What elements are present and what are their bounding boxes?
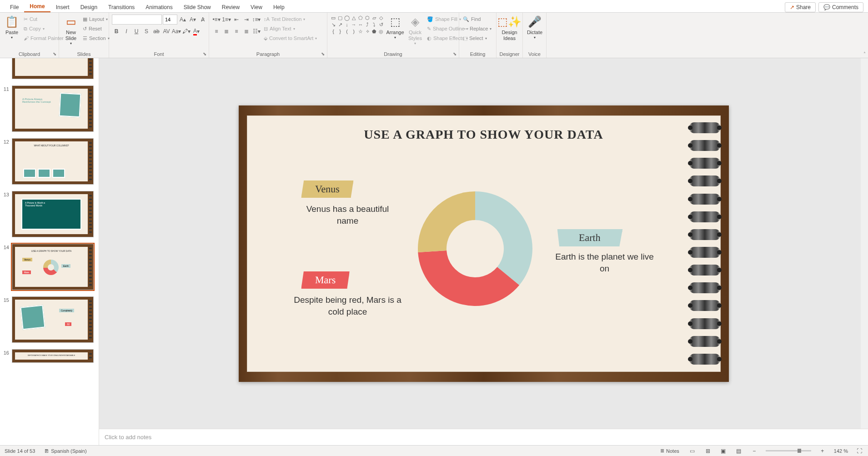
strike-button[interactable]: ab xyxy=(152,27,161,36)
increase-indent-button[interactable]: ⇥ xyxy=(242,15,251,24)
sorter-view-button[interactable]: ⊞ xyxy=(704,448,712,454)
copy-button[interactable]: ⧉Copy▾ xyxy=(23,24,65,33)
find-button[interactable]: 🔍Find xyxy=(462,15,492,24)
earth-label-tape[interactable]: Earth xyxy=(557,229,622,246)
slide-thumbnail-11[interactable]: A Picture AlwaysReinforces the Concept xyxy=(12,85,94,132)
donut-slice-earth[interactable] xyxy=(475,191,532,285)
donut-chart[interactable] xyxy=(411,185,539,312)
language-indicator[interactable]: 🖹Spanish (Spain) xyxy=(42,448,88,454)
venus-label-tape[interactable]: Venus xyxy=(301,180,353,198)
slide-thumbnail-13[interactable]: A Picture Is Worth aThousand Words xyxy=(12,191,94,237)
font-name-input[interactable] xyxy=(112,15,162,25)
increase-font-button[interactable]: A▴ xyxy=(178,15,187,24)
columns-button[interactable]: ☷▾ xyxy=(252,27,261,36)
change-case-button[interactable]: Aa▾ xyxy=(172,27,181,36)
align-left-button[interactable]: ≡ xyxy=(212,27,221,36)
notes-pane[interactable]: Click to add notes xyxy=(99,429,868,445)
line-spacing-button[interactable]: ↕≡▾ xyxy=(252,15,261,24)
layout-button[interactable]: ▦Layout▾ xyxy=(82,15,110,24)
convert-smartart-button[interactable]: ⬙Convert to SmartArt▾ xyxy=(263,34,318,43)
venus-body-text[interactable]: Venus has a beautiful name xyxy=(298,203,398,227)
slide-title-text[interactable]: USE A GRAPH TO SHOW YOUR DATA xyxy=(239,127,729,142)
cut-button[interactable]: ✂Cut xyxy=(23,15,65,24)
slide-thumbnail-15[interactable]: Completely 02 xyxy=(12,296,94,343)
quick-styles-button[interactable]: ◈ Quick Styles▾ xyxy=(406,15,424,47)
tab-slide-show[interactable]: Slide Show xyxy=(178,2,216,12)
slide-thumbnail-16[interactable]: INFOGRAPHICS MAKE YOUR IDEA UNDERSTANDAB… xyxy=(12,349,94,363)
highlight-button[interactable]: 🖍▾ xyxy=(182,27,191,36)
clipboard-dialog-launcher[interactable]: ⬊ xyxy=(51,50,58,57)
decrease-font-button[interactable]: A▾ xyxy=(188,15,197,24)
slide-counter[interactable]: Slide 14 of 53 xyxy=(5,448,35,454)
reset-button[interactable]: ↺Reset xyxy=(82,24,110,33)
shapes-gallery[interactable]: ▭▢◯△⬠⬡▱◇ ↘↗↓→↔⤴⤵↺ {}()☆✧⬟◎ xyxy=(330,15,384,35)
ribbon-group-font: A▴ A▾ A̷ B I U S ab AV Aa▾ 🖍▾ A▾ Font ⬊ xyxy=(109,13,209,58)
thumbnail-number: 14 xyxy=(3,244,9,290)
slide-thumbnail-10[interactable] xyxy=(12,58,94,79)
align-text-button[interactable]: ⊟Align Text▾ xyxy=(263,24,318,33)
fit-to-window-button[interactable]: ⛶ xyxy=(855,448,863,454)
underline-button[interactable]: U xyxy=(132,27,141,36)
tab-insert[interactable]: Insert xyxy=(50,2,75,12)
decrease-indent-button[interactable]: ⇤ xyxy=(232,15,241,24)
canvas-wrap[interactable]: USE A GRAPH TO SHOW YOUR DATA Venus Venu… xyxy=(99,58,868,429)
format-painter-button[interactable]: 🖌Format Painter xyxy=(23,34,65,43)
section-button[interactable]: ☰Section▾ xyxy=(82,34,110,43)
mars-label-tape[interactable]: Mars xyxy=(301,271,350,289)
comments-button[interactable]: 💬Comments xyxy=(818,2,863,12)
paragraph-dialog-launcher[interactable]: ⬊ xyxy=(320,50,326,57)
slide-thumbnail-panel[interactable]: 11 A Picture AlwaysReinforces the Concep… xyxy=(0,58,99,445)
tab-review[interactable]: Review xyxy=(216,2,245,12)
replace-icon: ↔ xyxy=(463,26,468,31)
slide-thumbnail-12[interactable]: WHAT ABOUT FOUR COLUMNS? xyxy=(12,138,94,185)
reading-view-button[interactable]: ▣ xyxy=(719,448,728,454)
normal-view-button[interactable]: ▭ xyxy=(688,448,697,454)
tab-animations[interactable]: Animations xyxy=(140,2,178,12)
font-color-button[interactable]: A▾ xyxy=(192,27,201,36)
tab-design[interactable]: Design xyxy=(75,2,103,12)
voice-group-label: Voice xyxy=(526,50,543,57)
char-spacing-button[interactable]: AV xyxy=(162,27,171,36)
tab-help[interactable]: Help xyxy=(268,2,290,12)
font-dialog-launcher[interactable]: ⬊ xyxy=(201,50,208,57)
earth-body-text[interactable]: Earth is the planet we live on xyxy=(552,251,657,275)
numbering-button[interactable]: 1≡▾ xyxy=(222,15,231,24)
font-size-input[interactable] xyxy=(163,15,177,25)
tab-transitions[interactable]: Transitions xyxy=(103,2,140,12)
select-button[interactable]: ⬚Select▾ xyxy=(462,34,492,43)
zoom-in-button[interactable]: + xyxy=(818,448,827,454)
italic-button[interactable]: I xyxy=(122,27,131,36)
mars-body-text[interactable]: Despite being red, Mars is a cold place xyxy=(289,294,407,318)
drawing-dialog-launcher[interactable]: ⬊ xyxy=(452,50,458,57)
tab-file[interactable]: File xyxy=(5,2,24,12)
align-center-button[interactable]: ≣ xyxy=(222,27,231,36)
new-slide-button[interactable]: ▭ New Slide▾ xyxy=(62,15,80,47)
shape-outline-icon: ✎ xyxy=(427,26,431,32)
shadow-button[interactable]: S xyxy=(142,27,151,36)
replace-button[interactable]: ↔Replace▾ xyxy=(462,24,492,33)
share-button[interactable]: ↗Share xyxy=(785,2,816,12)
bold-button[interactable]: B xyxy=(112,27,121,36)
zoom-slider[interactable] xyxy=(766,450,811,451)
justify-button[interactable]: ≣ xyxy=(242,27,251,36)
zoom-level[interactable]: 142 % xyxy=(834,448,848,454)
design-ideas-button[interactable]: ⬚✨ Design Ideas xyxy=(499,15,520,42)
slide-canvas[interactable]: USE A GRAPH TO SHOW YOUR DATA Venus Venu… xyxy=(239,105,729,382)
arrange-button[interactable]: ⬚ Arrange▾ xyxy=(386,15,404,41)
donut-slice-venus[interactable] xyxy=(418,191,475,252)
align-right-button[interactable]: ≡ xyxy=(232,27,241,36)
dictate-button[interactable]: 🎤 Dictate▾ xyxy=(526,15,544,41)
zoom-out-button[interactable]: − xyxy=(750,448,758,454)
paste-button[interactable]: 📋 Paste▾ xyxy=(3,15,21,41)
bullets-button[interactable]: •≡▾ xyxy=(212,15,221,24)
clear-formatting-button[interactable]: A̷ xyxy=(198,15,207,24)
vertical-scrollbar[interactable] xyxy=(861,58,868,429)
tab-home[interactable]: Home xyxy=(24,1,50,12)
tab-view[interactable]: View xyxy=(245,2,268,12)
text-direction-button[interactable]: ↕AText Direction▾ xyxy=(263,15,318,24)
notes-toggle-button[interactable]: ≣Notes xyxy=(658,448,681,454)
collapse-ribbon-button[interactable]: ˄ xyxy=(861,50,868,57)
thumbnail-number: 15 xyxy=(3,296,9,343)
slideshow-view-button[interactable]: ▤ xyxy=(735,448,743,454)
slide-thumbnail-14[interactable]: USE A GRAPH TO SHOW YOUR DATA Venus Mars… xyxy=(12,244,94,290)
